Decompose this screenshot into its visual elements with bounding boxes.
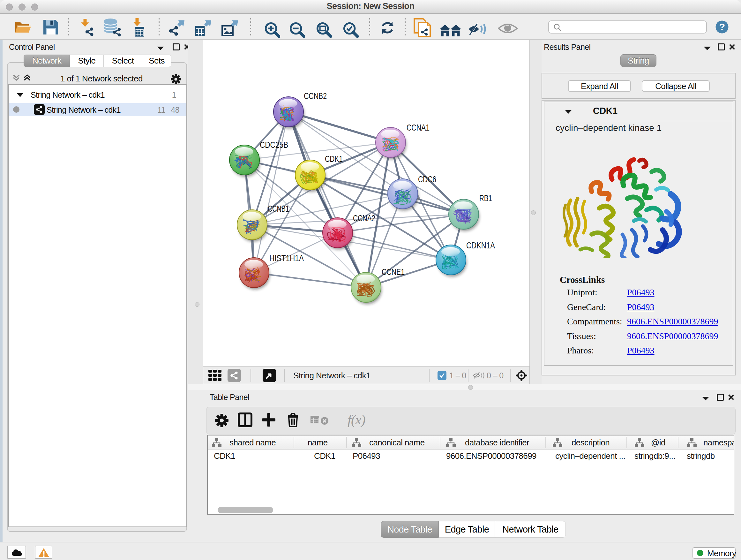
svg-text:HIST1H1A: HIST1H1A	[269, 253, 304, 263]
svg-text:CDKN1A: CDKN1A	[466, 240, 495, 250]
svg-text:CCNE1: CCNE1	[382, 267, 405, 277]
svg-text:RB1: RB1	[479, 193, 492, 203]
svg-text:CCNA2: CCNA2	[353, 213, 375, 223]
svg-text:CDC25B: CDC25B	[260, 140, 288, 150]
svg-text:CCNB1: CCNB1	[268, 204, 289, 213]
svg-text:CCNA1: CCNA1	[407, 123, 429, 132]
svg-text:?: ?	[719, 21, 725, 32]
svg-text:CCNB2: CCNB2	[304, 91, 327, 101]
svg-text:CDK1: CDK1	[325, 154, 343, 164]
svg-text:CDC6: CDC6	[418, 174, 436, 184]
